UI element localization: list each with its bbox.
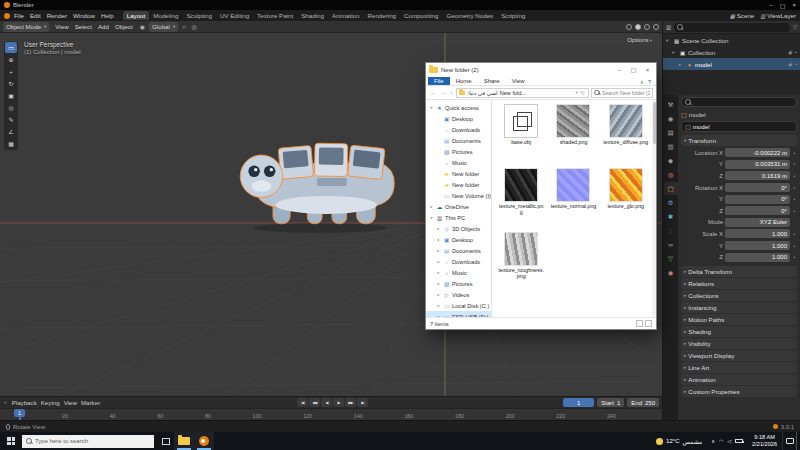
select-box-tool-icon[interactable]: ▭ [5,42,17,53]
start-button[interactable] [0,432,22,450]
timeline-menu-item[interactable]: Marker [79,399,102,406]
viewport-menu-item[interactable]: View [52,23,71,30]
panel-section-header[interactable]: Viewport Display [681,350,797,361]
value-field[interactable]: 0° [725,206,790,215]
value-field[interactable]: 0° [725,195,790,204]
lock-icon[interactable]: • [792,161,797,167]
menu-item[interactable]: Window [70,12,98,19]
panel-section-header[interactable]: Visibility [681,338,797,349]
address-dropdown-icon[interactable]: ▾ [576,90,578,95]
value-field[interactable]: 0.1619 m [725,171,790,180]
expand-icon[interactable]: ▾ [666,38,671,43]
explorer-search-input[interactable] [602,90,650,96]
transform-tool-icon[interactable]: ◎ [5,102,17,113]
lock-icon[interactable]: • [792,185,797,191]
constraints-tab-icon[interactable]: ∞ [664,238,678,251]
lock-icon[interactable]: • [792,150,797,156]
frame-start-field[interactable]: Start 1 [597,398,624,407]
tool-tab-icon[interactable]: ⚒ [664,98,678,111]
nav-item[interactable]: ▸ Downloads [426,256,491,267]
close-button[interactable]: × [642,67,653,73]
expand-icon[interactable]: ▸ [436,248,441,253]
up-button[interactable]: ↑ [449,90,454,96]
taskbar-file-explorer[interactable] [174,432,194,450]
wireframe-shading-icon[interactable] [626,24,632,30]
nav-item[interactable]: Pictures [426,146,491,157]
panel-section-header[interactable]: Motion Paths [681,314,797,325]
details-view-icon[interactable] [636,320,643,327]
address-segment[interactable]: New fold... [500,90,526,96]
maximize-button[interactable]: ▢ [780,2,786,9]
jump-to-end-button[interactable]: ▶| [357,398,368,407]
object-data-tab-icon[interactable]: ▽ [664,252,678,265]
battery-icon[interactable] [735,439,743,443]
output-tab-icon[interactable]: ▤ [664,126,678,139]
explorer-search[interactable] [591,88,653,98]
workspace-tab[interactable]: Layout [123,11,150,20]
expand-icon[interactable]: ▾ [429,105,434,110]
scene-selector[interactable]: Scene [730,12,754,19]
nav-item[interactable]: New Volume (I) [426,190,491,201]
show-desktop-button[interactable] [796,432,800,450]
expand-icon[interactable]: ▸ [679,62,684,67]
expand-icon[interactable]: ▾ [429,215,434,220]
refresh-icon[interactable]: ↻ [580,90,586,96]
ribbon-tab[interactable]: Share [478,77,506,85]
file-list-area[interactable]: base.obj shaded.png texture_diffuse.png … [492,100,656,317]
nav-item[interactable]: ▸ 3D Objects [426,223,491,234]
address-segment[interactable]: اشي في دنيا [467,90,498,96]
outliner-filter-icon[interactable]: ▽ [793,24,797,30]
lock-icon[interactable]: • [792,173,797,179]
timeline-menu-item[interactable]: View [62,399,79,406]
outliner-row[interactable]: ▸ model [663,58,800,70]
shaded.png[interactable]: shaded.png [548,104,598,168]
viewport-menu-item[interactable]: Select [72,23,95,30]
timeline-editor-icon[interactable]: ◔ [3,400,7,406]
texture_roughness.png[interactable]: texture_roughness.png [496,232,546,296]
value-field[interactable]: 0.003531 m [725,160,790,169]
nav-item[interactable]: Desktop [426,113,491,124]
explorer-title-bar[interactable]: New folder (2) – ▢ × [426,63,656,76]
solid-shading-icon[interactable] [635,24,641,30]
maximize-button[interactable]: ▢ [628,66,639,73]
workspace-tab[interactable]: Geometry Nodes [442,11,497,20]
transform-section-header[interactable]: Transform [681,135,797,146]
frame-end-field[interactable]: End 250 [627,398,659,407]
taskbar-blender[interactable] [194,432,214,450]
texture_normal.png[interactable]: texture_normal.png [548,168,598,232]
value-field[interactable]: XYZ Euler [725,218,790,227]
jump-to-start-button[interactable]: |◀ [297,398,308,407]
play-button[interactable]: ▶ [333,398,344,407]
nav-item[interactable]: Music [426,157,491,168]
value-field[interactable]: 1.000 [725,229,790,238]
workspace-tab[interactable]: Rendering [363,11,400,20]
timeline-ruler[interactable]: 20406080100120140160180200220240 1 [0,408,662,420]
panel-section-header[interactable]: Animation [681,374,797,385]
menu-item[interactable]: Help [98,12,117,19]
value-field[interactable]: 0° [725,183,790,192]
workspace-tab[interactable]: Animation [328,11,364,20]
nav-item[interactable]: ▸ Videos [426,289,491,300]
taskbar-clock[interactable]: 9:18 AM 2/21/2026 [747,432,782,450]
workspace-tab[interactable]: Shading [297,11,328,20]
nav-item[interactable]: ▾ Quick access [426,102,491,113]
expand-ribbon-icon[interactable]: ∧ [640,79,644,85]
transform-orientation-dropdown[interactable]: Global [149,22,178,32]
taskbar-search-input[interactable] [35,438,150,444]
world-tab-icon[interactable]: ◍ [664,168,678,181]
object-tab-icon[interactable]: ▢ [664,182,678,195]
minimize-button[interactable]: – [769,2,772,9]
proportional-editing-icon[interactable]: ◎ [191,23,198,30]
menu-item[interactable]: File [11,12,27,19]
playhead[interactable]: 1 [14,409,25,417]
scene-tab-icon[interactable]: ◆ [664,154,678,167]
panel-section-header[interactable]: Shading [681,326,797,337]
object-name-field[interactable]: model [681,121,797,132]
expand-icon[interactable]: ▸ [436,270,441,275]
nav-item[interactable]: ▸ Desktop [426,234,491,245]
viewport-menu-item[interactable]: Object [112,23,136,30]
modifiers-tab-icon[interactable]: ⚙ [664,196,678,209]
task-view-button[interactable] [158,432,174,450]
viewport-menu-item[interactable]: Add [95,23,112,30]
rendered-shading-icon[interactable] [653,24,659,30]
